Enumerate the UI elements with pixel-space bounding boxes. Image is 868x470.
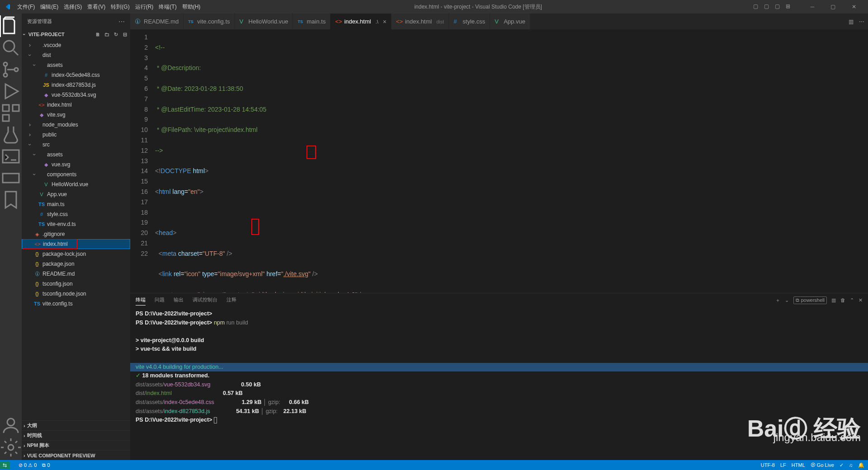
tree-item[interactable]: ›.vscode — [22, 40, 130, 50]
new-file-icon[interactable]: 🗎 — [94, 31, 101, 38]
tree-item[interactable]: VApp.vue — [22, 189, 130, 199]
close-button[interactable]: ✕ — [844, 0, 864, 14]
sidebar-section[interactable]: ›时间线 — [22, 430, 130, 440]
panel-tab[interactable]: 问题 — [155, 295, 165, 306]
problems-indicator[interactable]: ⊘ 0 ⚠ 0 — [19, 462, 37, 468]
panel-tab[interactable]: 输出 — [174, 295, 184, 306]
terminal-panel-icon[interactable] — [0, 146, 22, 167]
status-item[interactable]: UTF-8 — [761, 462, 775, 468]
split-terminal-icon[interactable]: ▥ — [831, 297, 836, 303]
terminal-profile-label[interactable]: ⧉ powershell — [793, 296, 827, 304]
status-item[interactable]: 🔔 — [858, 462, 864, 468]
tree-item[interactable]: ◆vite.svg — [22, 110, 130, 120]
tree-item[interactable]: 🛈README.md — [22, 269, 130, 279]
tree-item[interactable]: {}tsconfig.json — [22, 279, 130, 289]
chevron-up-icon[interactable]: ⌃ — [850, 297, 854, 303]
collapse-icon[interactable]: ⊟ — [121, 31, 128, 38]
close-panel-icon[interactable]: ✕ — [859, 297, 863, 303]
maximize-button[interactable]: ▢ — [823, 0, 844, 14]
settings-icon[interactable] — [0, 437, 22, 458]
editor-tab[interactable]: <>index.html.\× — [330, 14, 392, 29]
more-actions-icon[interactable]: ⋯ — [859, 19, 864, 25]
editor-tab[interactable]: #style.css — [449, 14, 490, 29]
layout-right-icon[interactable]: ▢ — [775, 3, 782, 10]
tree-item[interactable]: VHelloWorld.vue — [22, 179, 130, 189]
tree-item[interactable]: ›node_modules — [22, 120, 130, 130]
menu-item[interactable]: 运行(R) — [132, 1, 156, 13]
run-debug-icon[interactable] — [0, 80, 22, 102]
split-editor-icon[interactable]: ▥ — [849, 19, 854, 25]
editor-tab[interactable]: TSmain.ts — [293, 14, 330, 29]
panel-tab[interactable]: 终端 — [136, 295, 146, 306]
svg-rect-7 — [3, 150, 19, 163]
tree-item[interactable]: JSindex-d827853d.js — [22, 80, 130, 90]
tree-item[interactable]: ◆vue.svg — [22, 160, 130, 169]
tree-item[interactable]: ›src — [22, 140, 130, 150]
layout-bottom-icon[interactable]: ▢ — [764, 3, 771, 10]
extensions-icon[interactable] — [0, 102, 22, 124]
ports-indicator[interactable]: ⧉ 0 — [42, 462, 50, 468]
tree-item[interactable]: #index-0c5ede48.css — [22, 70, 130, 80]
tree-item[interactable]: ›assets — [22, 60, 130, 70]
tree-item[interactable]: TSvite.config.ts — [22, 299, 130, 309]
tree-item[interactable]: <>index.html — [22, 239, 130, 249]
layout-custom-icon[interactable]: ⊞ — [786, 3, 793, 10]
tree-item[interactable]: TSmain.ts — [22, 199, 130, 209]
editor-tab[interactable]: VApp.vue — [490, 14, 530, 29]
tree-item[interactable]: {}package.json — [22, 259, 130, 269]
source-control-icon[interactable] — [0, 59, 22, 80]
tree-item[interactable]: <>index.html — [22, 100, 130, 110]
tree-item[interactable]: TSvite-env.d.ts — [22, 219, 130, 229]
testing-icon[interactable] — [0, 124, 22, 146]
tree-item[interactable]: ◈.gitignore — [22, 229, 130, 239]
remote-indicator[interactable]: ⇆ — [0, 461, 9, 469]
menu-item[interactable]: 帮助(H) — [179, 1, 203, 13]
keyboard-icon[interactable] — [0, 167, 22, 189]
editor-tab[interactable]: <>index.htmldist — [392, 14, 449, 29]
project-header[interactable]: › VITE-PROJECT 🗎 🗀 ↻ ⊟ — [22, 29, 130, 39]
sidebar-section[interactable]: ›VUE COMPONENT PREVIEW — [22, 450, 130, 460]
close-tab-icon[interactable]: × — [383, 18, 387, 25]
explorer-icon[interactable] — [0, 15, 22, 37]
tree-item[interactable]: ›assets — [22, 150, 130, 160]
sidebar-section[interactable]: ›NPM 脚本 — [22, 440, 130, 450]
new-folder-icon[interactable]: 🗀 — [103, 31, 110, 38]
status-item[interactable]: LF — [780, 462, 786, 468]
panel-tab[interactable]: 注释 — [226, 295, 236, 306]
terminal-dropdown-icon[interactable]: ⌄ — [785, 297, 789, 303]
sidebar-section[interactable]: ›大纲 — [22, 420, 130, 430]
menu-item[interactable]: 转到(G) — [108, 1, 132, 13]
status-item[interactable]: ⦿ Go Live — [811, 462, 834, 468]
editor-tab[interactable]: TSvite.config.ts — [184, 14, 235, 29]
status-item[interactable]: HTML — [792, 462, 805, 468]
status-item[interactable]: ♫ — [849, 462, 853, 468]
editor-tab[interactable]: VHelloWorld.vue — [235, 14, 293, 29]
tree-item[interactable]: #style.css — [22, 209, 130, 219]
menu-item[interactable]: 终端(T) — [156, 1, 179, 13]
account-icon[interactable] — [0, 415, 22, 437]
tree-item[interactable]: ›components — [22, 169, 130, 179]
refresh-icon[interactable]: ↻ — [112, 31, 119, 38]
status-item[interactable]: ✓ — [840, 462, 844, 468]
editor-tab[interactable]: 🛈README.md — [130, 14, 184, 29]
bookmark-icon[interactable] — [0, 189, 22, 211]
terminal-output[interactable]: PS D:\Vue-2022\vite-project> PS D:\Vue-2… — [130, 307, 868, 460]
tree-item[interactable]: {}tsconfig.node.json — [22, 289, 130, 299]
panel-tab[interactable]: 调试控制台 — [193, 295, 217, 306]
tree-item[interactable]: ›public — [22, 130, 130, 140]
trash-icon[interactable]: 🗑 — [840, 297, 845, 303]
sidebar-title: 资源管理器 — [27, 18, 52, 25]
menu-item[interactable]: 编辑(E) — [38, 1, 61, 13]
menu-item[interactable]: 文件(F) — [14, 1, 38, 13]
menu-item[interactable]: 选择(S) — [61, 1, 85, 13]
tree-item[interactable]: ›dist — [22, 50, 130, 60]
sidebar-more-icon[interactable]: ⋯ — [118, 18, 125, 25]
tree-item[interactable]: ◆vue-5532db34.svg — [22, 90, 130, 100]
tree-item[interactable]: {}package-lock.json — [22, 249, 130, 259]
search-icon[interactable] — [0, 37, 22, 59]
minimize-button[interactable]: ─ — [802, 0, 823, 14]
code-editor[interactable]: 12345678910111213141516171819202122 <!--… — [130, 29, 868, 293]
menu-item[interactable]: 查看(V) — [85, 1, 108, 13]
new-terminal-icon[interactable]: ＋ — [775, 297, 780, 304]
layout-left-icon[interactable]: ▢ — [753, 3, 760, 10]
